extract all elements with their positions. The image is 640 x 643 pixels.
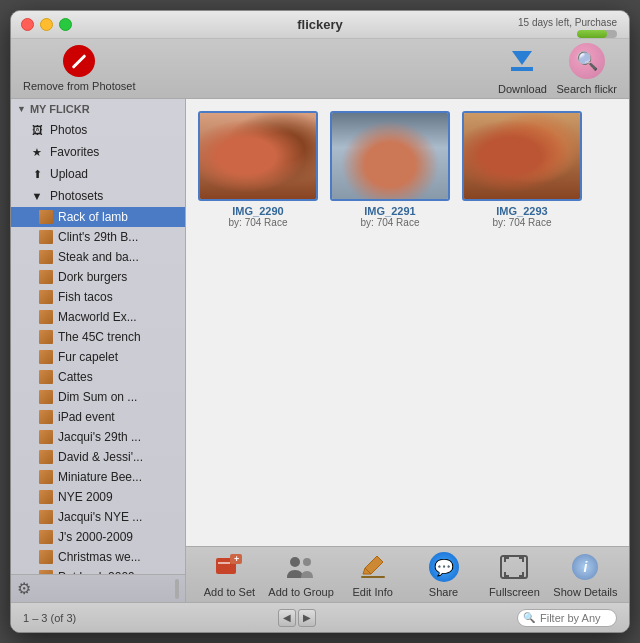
- remove-label: Remove from Photoset: [23, 80, 136, 92]
- share-button[interactable]: 💬 Share: [412, 551, 476, 598]
- sidebar-item-upload[interactable]: ⬆ Upload: [11, 163, 185, 185]
- remove-photoset-button[interactable]: Remove from Photoset: [23, 45, 136, 92]
- dimsum-icon: [39, 390, 53, 404]
- search-flickr-label: Search flickr: [556, 83, 617, 95]
- trial-badge: 15 days left, Purchase: [518, 17, 617, 38]
- edit-info-label: Edit Info: [352, 586, 392, 598]
- sidebar-item-steak[interactable]: Steak and ba...: [11, 247, 185, 267]
- photo-by-1: by: 704 Race: [229, 217, 288, 228]
- sidebar-item-trench[interactable]: The 45C trench: [11, 327, 185, 347]
- sidebar-item-nye2009[interactable]: NYE 2009: [11, 487, 185, 507]
- photo-item-2[interactable]: IMG_2291 by: 704 Race: [330, 111, 450, 228]
- next-button[interactable]: ▶: [298, 609, 316, 627]
- sidebar-item-photosets-label: Photosets: [50, 189, 103, 203]
- photo-thumb-1[interactable]: [198, 111, 318, 201]
- filter-search-icon: 🔍: [523, 612, 535, 623]
- bottom-toolbar: + Add to Set Ad: [186, 546, 629, 602]
- filter-wrap: 🔍: [517, 609, 617, 627]
- resize-handle[interactable]: [175, 579, 179, 599]
- fullscreen-button[interactable]: Fullscreen: [482, 551, 546, 598]
- clints-icon: [39, 230, 53, 244]
- jacquis-nye-icon: [39, 510, 53, 524]
- dork-burgers-icon: [39, 270, 53, 284]
- photo-image-1: [200, 113, 316, 199]
- edit-info-button[interactable]: Edit Info: [341, 551, 405, 598]
- sidebar-item-macworld[interactable]: Macworld Ex...: [11, 307, 185, 327]
- photo-name-2: IMG_2291: [364, 205, 415, 217]
- minimize-button[interactable]: [40, 18, 53, 31]
- fish-tacos-icon: [39, 290, 53, 304]
- sidebar-item-favorites[interactable]: ★ Favorites: [11, 141, 185, 163]
- sidebar-item-dimsum-label: Dim Sum on ...: [58, 390, 137, 404]
- photo-name-3: IMG_2293: [496, 205, 547, 217]
- sidebar-item-ipad-label: iPad event: [58, 410, 115, 424]
- sidebar-item-photosets[interactable]: ▼ Photosets: [11, 185, 185, 207]
- photo-image-2: [332, 113, 448, 199]
- sidebar-item-photos-label: Photos: [50, 123, 87, 137]
- photo-count: 1 – 3 (of 3): [23, 612, 76, 624]
- photo-thumb-3[interactable]: [462, 111, 582, 201]
- sidebar-item-js[interactable]: J's 2000-2009: [11, 527, 185, 547]
- sidebar-item-cattes[interactable]: Cattes: [11, 367, 185, 387]
- nav-arrows: ◀ ▶: [278, 609, 316, 627]
- sidebar-item-christmas-label: Christmas we...: [58, 550, 141, 564]
- sidebar-item-david[interactable]: David & Jessi'...: [11, 447, 185, 467]
- sidebar-item-dork-burgers-label: Dork burgers: [58, 270, 127, 284]
- sidebar-item-clints[interactable]: Clint's 29th B...: [11, 227, 185, 247]
- photo-image-3: [464, 113, 580, 199]
- svg-point-5: [303, 558, 311, 566]
- search-flickr-button[interactable]: 🔍 Search flickr: [556, 43, 617, 95]
- david-icon: [39, 450, 53, 464]
- sidebar-item-dork-burgers[interactable]: Dork burgers: [11, 267, 185, 287]
- download-button[interactable]: Download: [492, 43, 552, 95]
- show-details-icon: i: [569, 551, 601, 583]
- close-button[interactable]: [21, 18, 34, 31]
- ipad-icon: [39, 410, 53, 424]
- maximize-button[interactable]: [59, 18, 72, 31]
- settings-icon[interactable]: ⚙: [17, 579, 31, 598]
- sidebar-item-christmas[interactable]: Christmas we...: [11, 547, 185, 567]
- sidebar-item-dimsum[interactable]: Dim Sum on ...: [11, 387, 185, 407]
- sidebar-item-fur[interactable]: Fur capelet: [11, 347, 185, 367]
- fur-icon: [39, 350, 53, 364]
- sidebar-item-jacquis[interactable]: Jacqui's 29th ...: [11, 427, 185, 447]
- sidebar-item-ipad[interactable]: iPad event: [11, 407, 185, 427]
- sidebar-item-steak-label: Steak and ba...: [58, 250, 139, 264]
- share-icon: 💬: [428, 551, 460, 583]
- sidebar-item-trench-label: The 45C trench: [58, 330, 141, 344]
- photos-icon: 🖼: [29, 122, 45, 138]
- content-area: ▼ MY FLICKR 🖼 Photos ★ Favorites ⬆ Uploa…: [11, 99, 629, 602]
- sidebar-item-miniature[interactable]: Miniature Bee...: [11, 467, 185, 487]
- jacquis-icon: [39, 430, 53, 444]
- show-details-button[interactable]: i Show Details: [553, 551, 617, 598]
- sidebar-item-rack-of-lamb[interactable]: Rack of lamb: [11, 207, 185, 227]
- sidebar-item-fur-label: Fur capelet: [58, 350, 118, 364]
- christmas-icon: [39, 550, 53, 564]
- sidebar-item-potluck[interactable]: Pot Luck 2009: [11, 567, 185, 574]
- miniature-icon: [39, 470, 53, 484]
- main-panel: IMG_2290 by: 704 Race IMG_2291 by: 704 R…: [186, 99, 629, 602]
- sidebar-scroll[interactable]: ▼ MY FLICKR 🖼 Photos ★ Favorites ⬆ Uploa…: [11, 99, 185, 574]
- photo-name-1: IMG_2290: [232, 205, 283, 217]
- add-to-set-button[interactable]: + Add to Set: [197, 551, 261, 598]
- sidebar-item-fish-tacos[interactable]: Fish tacos: [11, 287, 185, 307]
- sidebar-item-js-label: J's 2000-2009: [58, 530, 133, 544]
- traffic-lights: [21, 18, 72, 31]
- photo-thumb-2[interactable]: [330, 111, 450, 201]
- fullscreen-icon: [498, 551, 530, 583]
- trial-fill: [577, 30, 607, 38]
- main-window: flickery 15 days left, Purchase Remove f…: [10, 10, 630, 633]
- svg-rect-3: [218, 562, 230, 564]
- photos-grid[interactable]: IMG_2290 by: 704 Race IMG_2291 by: 704 R…: [186, 99, 629, 546]
- prev-button[interactable]: ◀: [278, 609, 296, 627]
- steak-icon: [39, 250, 53, 264]
- photo-item-3[interactable]: IMG_2293 by: 704 Race: [462, 111, 582, 228]
- sidebar-item-jacquis-nye[interactable]: Jacqui's NYE ...: [11, 507, 185, 527]
- remove-icon: [63, 45, 95, 77]
- photo-item-1[interactable]: IMG_2290 by: 704 Race: [198, 111, 318, 228]
- add-to-group-button[interactable]: Add to Group: [268, 551, 333, 598]
- sidebar-item-photos[interactable]: 🖼 Photos: [11, 119, 185, 141]
- download-base-icon: [511, 67, 533, 71]
- add-to-group-label: Add to Group: [268, 586, 333, 598]
- edit-info-icon: [357, 551, 389, 583]
